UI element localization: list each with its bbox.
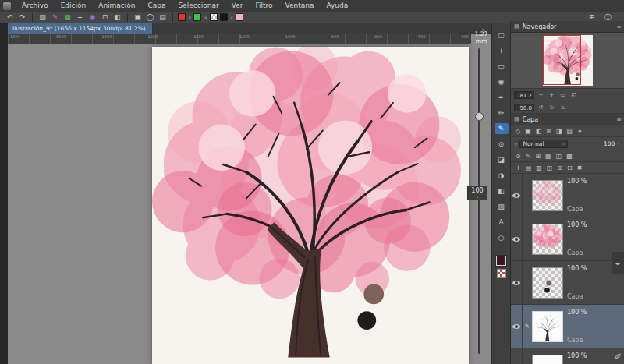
brush-size-slider[interactable] [478,48,480,354]
add-icon[interactable]: + [75,12,85,23]
merge-layer-icon[interactable]: ◫ [547,164,553,171]
panel-collapse-toggle[interactable]: ◂▸ [612,252,624,274]
zoom-out-icon[interactable]: − [537,92,545,98]
layer-lock-icon[interactable]: ✎ [526,153,531,160]
tool-selection[interactable]: ▭ [495,61,509,72]
undo-icon[interactable]: ↶ [5,12,15,23]
visibility-icon[interactable] [512,237,520,242]
layer-row-selected[interactable]: ✎ 100 % Capa [511,305,624,348]
main-color-swatch[interactable] [496,256,506,266]
app-icon[interactable] [3,2,11,10]
layer-name[interactable]: Capa [567,206,583,213]
visibility-icon[interactable] [512,324,520,329]
tool-eyedropper[interactable]: ◉ [495,76,509,87]
menu-ver[interactable]: Ver [225,0,250,12]
canvas-viewport[interactable] [8,44,491,364]
swatch-green[interactable] [193,13,201,21]
layer-mask-icon[interactable]: ⊞ [557,164,562,171]
tool-airbrush[interactable]: ⊙ [495,139,509,150]
rows-icon[interactable]: ▤ [158,12,168,23]
tool-fill[interactable]: ◧ [495,186,509,196]
new-folder-icon[interactable]: ▤ [526,164,532,171]
swatch-black[interactable] [220,13,228,21]
layer-lock-icon[interactable]: ▦ [545,153,551,160]
tool-text[interactable]: A [495,217,509,228]
rotation-value[interactable]: 90.0 [514,104,534,111]
chevron-down-icon[interactable]: ∨ [230,15,233,20]
tool-blend[interactable]: ◑ [495,170,509,181]
layer-effect-icon[interactable]: ◇ [516,128,520,135]
zoom-in-icon[interactable]: + [548,92,556,98]
canvas[interactable] [152,47,469,364]
reset-view-icon[interactable]: ⌂ [558,104,567,111]
circle-icon[interactable]: ◯ [145,12,155,23]
tool-balloon[interactable]: ○ [495,232,509,243]
layer-effect-icon[interactable]: ◨ [556,128,562,135]
visibility-icon[interactable] [512,193,520,198]
swatch-transparent[interactable] [210,13,218,21]
layer-row[interactable]: 100 % Capa [511,261,624,305]
swatch-red[interactable] [178,13,186,21]
tool-pencil[interactable]: ✏ [495,108,509,118]
navigator-view-rect[interactable] [543,35,581,85]
layer-effect-icon[interactable]: ▣ [525,128,531,135]
layer-effect-icon[interactable]: ✦ [577,128,583,135]
frame-icon[interactable]: ⊡ [100,12,110,23]
delete-layer-icon[interactable]: ✖ [577,164,583,171]
rotate-left-icon[interactable]: ↺ [537,104,545,111]
chevron-down-icon[interactable]: ∨ [514,141,517,147]
menu-edicion[interactable]: Edición [55,0,93,12]
panel-menu-icon[interactable]: ≡ [616,23,622,30]
tool-brush[interactable]: ✎ [495,123,509,134]
rotate-right-icon[interactable]: ↻ [548,104,556,111]
screentone-icon[interactable]: ▨ [37,12,48,23]
layer-row[interactable]: 100 % Capa [511,174,624,217]
edit-pen-icon[interactable]: ✎ [50,12,60,23]
layer-lock-icon[interactable]: ⊞ [535,153,541,160]
chevron-down-icon[interactable]: ∨ [617,141,620,146]
layer-effect-icon[interactable]: ⊞ [546,128,551,135]
menu-capa[interactable]: Capa [142,0,172,12]
menu-filtro[interactable]: Filtro [249,0,278,12]
new-layer-icon[interactable]: + [516,164,521,171]
layer-thumbnail[interactable] [532,355,563,364]
zoom-100-icon[interactable]: ◱ [569,92,578,98]
visibility-icon[interactable] [512,281,520,285]
slider-handle[interactable] [475,112,484,121]
menu-seleccionar[interactable]: Seleccionar [172,0,225,12]
menu-ayuda[interactable]: Ayuda [320,0,354,12]
layer-lock-icon[interactable]: ▩ [566,153,573,160]
layer-effect-icon[interactable]: ◧ [536,128,542,135]
layer-row[interactable]: 100 % Capa [511,217,624,261]
panel-menu-icon[interactable]: ≡ [616,116,622,123]
layer-lock-icon[interactable]: ⊘ [516,153,521,160]
grid-green-icon[interactable]: ▦ [62,12,73,23]
layer-effect-icon[interactable]: ▤ [567,128,573,135]
redo-icon[interactable]: ↷ [17,12,27,23]
tool-gradient[interactable]: ▨ [495,201,509,212]
tool-move[interactable]: + [495,45,509,56]
layer-settings-icon[interactable]: ⊟ [567,164,573,171]
layer-name[interactable]: Capa [567,337,583,344]
layer-thumbnail[interactable] [532,180,563,211]
layer-thumbnail[interactable] [532,267,563,299]
slider-value-box[interactable]: 100 ∨ [467,186,488,200]
duplicate-layer-icon[interactable]: ▥ [536,164,542,171]
menu-archivo[interactable]: Archivo [16,0,55,12]
layer-thumbnail[interactable] [532,311,563,342]
navigator-preview-area[interactable] [511,33,624,89]
swatch-pink[interactable] [236,13,243,21]
chevron-down-icon[interactable]: ∨ [188,15,191,20]
snap-icon[interactable]: ▣ [133,12,143,23]
menu-ventana[interactable]: Ventana [278,0,320,12]
layer-name[interactable]: Capa [567,249,583,256]
tool-operation[interactable]: ▢ [495,30,509,41]
navigator-thumbnail[interactable] [543,35,593,86]
layer-thumbnail[interactable] [532,224,563,255]
transparent-color-swatch[interactable] [497,269,506,278]
blend-mode-select[interactable]: Normal ∨ [519,140,568,148]
menu-animacion[interactable]: Animación [92,0,141,12]
fit-window-icon[interactable]: ▭ [558,92,567,98]
tool-pen[interactable]: ✒ [495,92,509,103]
layer-lock-icon[interactable]: ◫ [556,153,562,160]
